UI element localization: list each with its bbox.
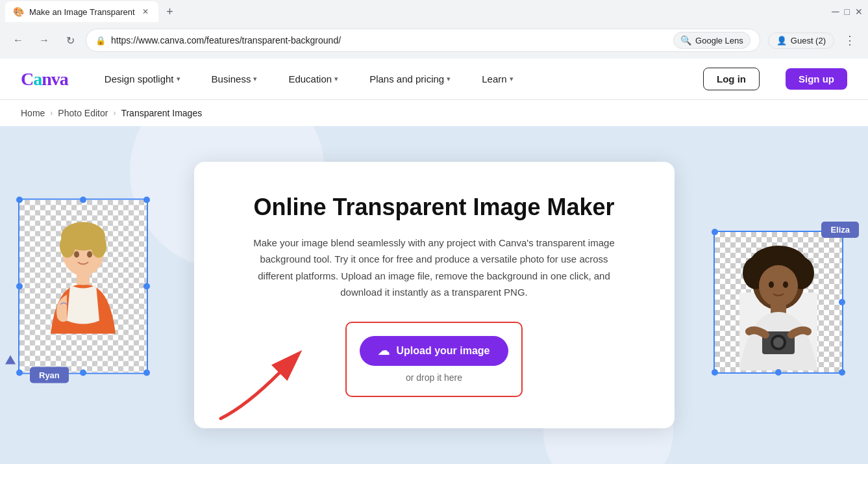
nav-label-design-spotlight: Design spotlight [105, 73, 174, 84]
nav-label-plans: Plans and pricing [369, 73, 444, 84]
svg-rect-6 [77, 272, 90, 285]
url-input[interactable] [111, 35, 668, 45]
active-tab[interactable]: 🎨 Make an Image Transparent ✕ [5, 1, 158, 22]
browser-more-button[interactable]: ⋮ [839, 30, 860, 51]
selection-handle [16, 370, 23, 376]
svg-point-2 [60, 235, 75, 258]
nav-item-business[interactable]: Business ▾ [206, 71, 263, 87]
upload-icon: ☁ [378, 344, 390, 358]
upload-button[interactable]: ☁ Upload your image [360, 336, 508, 366]
person-svg-left [31, 217, 135, 373]
selection-handle [143, 197, 150, 203]
google-lens-button[interactable]: 🔍 Google Lens [673, 32, 750, 49]
selection-frame-right: Eliza [713, 231, 850, 374]
selection-handle [712, 229, 718, 235]
selection-handle [16, 283, 23, 290]
person-image-left [19, 200, 147, 373]
maximize-button[interactable]: □ [845, 6, 850, 17]
selection-handle [839, 299, 845, 305]
nav-item-education[interactable]: Education ▾ [283, 71, 343, 87]
nav-item-plans[interactable]: Plans and pricing ▾ [364, 71, 456, 87]
nav-item-learn[interactable]: Learn ▾ [477, 71, 518, 87]
signup-button[interactable]: Sign up [786, 68, 847, 90]
chevron-down-icon: ▾ [177, 75, 180, 83]
svg-point-5 [87, 251, 92, 258]
profile-label: Guest (2) [791, 36, 826, 45]
hero-section: Ryan Online Transparent Image Maker Make… [0, 126, 868, 464]
reload-button[interactable]: ↻ [60, 30, 81, 51]
person-name-badge-right: Eliza [821, 222, 859, 238]
tab-bar: 🎨 Make an Image Transparent ✕ + ─ □ ✕ [0, 0, 868, 23]
chevron-down-icon: ▾ [253, 75, 257, 83]
svg-point-16 [783, 281, 788, 288]
address-bar[interactable]: 🔒 🔍 Google Lens [86, 29, 760, 52]
svg-point-20 [773, 337, 784, 348]
selection-handle [712, 369, 718, 376]
security-icon: 🔒 [95, 36, 106, 45]
breadcrumb-separator: › [113, 109, 116, 118]
svg-point-3 [91, 235, 106, 258]
left-person-container: Ryan [18, 199, 155, 374]
close-window-button[interactable]: ✕ [855, 6, 863, 17]
selection-handle [839, 369, 845, 376]
back-button[interactable]: ← [8, 30, 29, 51]
nav-label-business: Business [212, 73, 251, 84]
forward-button[interactable]: → [34, 30, 55, 51]
upload-button-label: Upload your image [396, 345, 490, 357]
chevron-down-icon: ▾ [447, 75, 451, 83]
selection-handle [143, 283, 150, 290]
rotation-indicator [5, 355, 16, 365]
selection-handle [16, 197, 23, 203]
person-name-badge-left: Ryan [30, 367, 69, 383]
canva-logo[interactable]: Canva [21, 69, 68, 90]
profile-button[interactable]: 👤 Guest (2) [768, 32, 834, 49]
breadcrumb-separator: › [50, 109, 53, 118]
selection-handle [80, 370, 86, 376]
person-svg-right [720, 234, 837, 370]
breadcrumb-current-page: Transparent Images [121, 108, 202, 118]
new-tab-button[interactable]: + [161, 3, 179, 21]
selection-handle [775, 369, 782, 376]
upload-area: ☁ Upload your image or drop it here [345, 322, 522, 397]
selection-handle [143, 370, 150, 376]
svg-point-15 [769, 281, 774, 288]
breadcrumb: Home › Photo Editor › Transparent Images [0, 100, 868, 126]
minimize-button[interactable]: ─ [832, 6, 839, 18]
selection-frame-left [18, 199, 155, 374]
login-button[interactable]: Log in [703, 68, 760, 90]
tab-close-button[interactable]: ✕ [140, 6, 151, 17]
page-content: Canva Design spotlight ▾ Business ▾ Educ… [0, 58, 868, 477]
svg-point-4 [74, 251, 79, 258]
svg-point-14 [759, 265, 798, 307]
nav-label-learn: Learn [482, 73, 506, 84]
nav-label-education: Education [288, 73, 332, 84]
breadcrumb-home[interactable]: Home [21, 108, 45, 118]
drop-text: or drop it here [406, 372, 462, 383]
breadcrumb-photo-editor[interactable]: Photo Editor [58, 108, 108, 118]
tab-title: Make an Image Transparent [29, 7, 135, 17]
google-lens-icon: 🔍 [680, 35, 691, 45]
profile-icon: 👤 [776, 36, 787, 45]
tab-favicon: 🎨 [13, 6, 24, 17]
google-lens-label: Google Lens [695, 36, 743, 45]
person-image-right [715, 232, 842, 372]
arrow-indicator [208, 334, 325, 425]
hero-title: Online Transparent Image Maker [233, 193, 636, 221]
nav-bar: ← → ↻ 🔒 🔍 Google Lens 👤 Guest (2) ⋮ [0, 23, 868, 57]
right-person-container: Eliza [713, 231, 850, 374]
nav-item-design-spotlight[interactable]: Design spotlight ▾ [99, 71, 186, 87]
site-header: Canva Design spotlight ▾ Business ▾ Educ… [0, 58, 868, 100]
hero-description: Make your image blend seamlessly with an… [253, 235, 616, 301]
chevron-down-icon: ▾ [334, 75, 338, 83]
chevron-down-icon: ▾ [510, 75, 514, 83]
selection-handle [80, 197, 86, 203]
browser-chrome: 🎨 Make an Image Transparent ✕ + ─ □ ✕ ← … [0, 0, 868, 58]
